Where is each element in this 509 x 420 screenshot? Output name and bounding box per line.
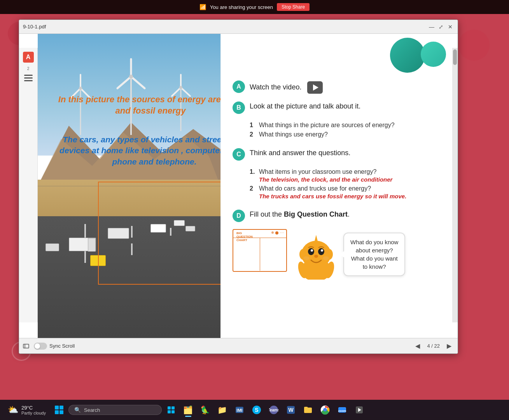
screen-share-banner: 📶 You are sharing your screen Stop Share — [0, 0, 509, 14]
bg-blob-2 — [458, 30, 490, 61]
svg-text:IMI: IMI — [236, 408, 242, 413]
pdf-content: A 2 — [19, 34, 458, 338]
play-button[interactable] — [307, 81, 323, 94]
svg-rect-34 — [23, 344, 29, 348]
svg-point-24 — [308, 248, 314, 255]
taskbar-chrome-icon[interactable] — [317, 402, 333, 418]
svg-point-26 — [311, 249, 313, 252]
taskbar-im-icon[interactable]: IMI — [232, 402, 247, 418]
pdf-window: 9-10-1.pdf — ⤢ ✕ A 2 — [19, 19, 458, 354]
minimize-button[interactable]: — — [428, 23, 435, 30]
taskbar-teams-icon[interactable]: Teams — [266, 402, 282, 418]
truck-3 — [150, 224, 166, 233]
next-page-button[interactable]: ▶ — [444, 341, 454, 351]
stop-share-button[interactable]: Stop Share — [277, 3, 310, 11]
bqc-col-1 — [233, 238, 260, 271]
taskbar-widget-icon[interactable] — [163, 402, 179, 418]
activity-a-text: Watch the video. — [250, 80, 446, 94]
scrollbar-thumb[interactable] — [453, 49, 457, 65]
svg-point-28 — [314, 255, 318, 258]
taskbar-word-icon[interactable]: W — [283, 402, 299, 418]
pdf-home-button[interactable] — [23, 343, 29, 349]
activity-a-letter: A — [233, 80, 245, 93]
svg-text:zoom: zoom — [338, 409, 346, 413]
answer-c-2: The trucks and cars use fossil energy so… — [259, 193, 406, 200]
taskbar-folder-icon[interactable] — [300, 402, 316, 418]
activity-b-text: Look at the picture and talk about it. — [250, 101, 446, 110]
road-area — [38, 216, 220, 338]
annotation-orange: In this picture the sources of energy ar… — [57, 94, 220, 116]
character-image — [295, 229, 338, 280]
svg-point-14 — [129, 75, 133, 79]
activity-a: A Watch the video. — [233, 80, 446, 94]
title-bar: 9-10-1.pdf — ⤢ ✕ — [19, 20, 458, 34]
page-indicator: 4 / 22 — [427, 343, 440, 349]
activity-c-text: Think and answer the questions. — [250, 147, 446, 157]
screen-share-text: You are sharing your screen — [210, 4, 273, 10]
road-marking-3 — [131, 226, 133, 238]
activity-c: C Think and answer the questions. 1. Wha… — [233, 147, 446, 202]
taskbar-arrow-icon[interactable] — [352, 402, 367, 418]
taskbar-files-icon[interactable]: 🗂️ — [180, 402, 196, 418]
start-button[interactable] — [51, 402, 67, 418]
taskbar-bird-icon[interactable]: 🦜 — [198, 402, 213, 418]
fill-out-content: BIGQUESTIONCHART ⋯ — [233, 229, 446, 280]
truck-1 — [69, 238, 96, 251]
svg-rect-37 — [171, 406, 175, 410]
photo-area: In this picture the sources of energy ar… — [38, 34, 220, 338]
circle-deco-small — [421, 42, 446, 67]
pdf-sidebar: A 2 — [19, 48, 38, 322]
windows-logo — [55, 406, 63, 414]
svg-point-25 — [318, 248, 324, 255]
speech-line1: What do you know — [350, 239, 398, 245]
yellow-truck — [90, 255, 106, 266]
prev-page-button[interactable]: ◀ — [413, 341, 422, 351]
maximize-button[interactable]: ⤢ — [437, 23, 444, 30]
sync-scroll-track[interactable] — [34, 343, 47, 350]
taskbar-search[interactable]: 🔍 Search — [68, 405, 162, 415]
annotation-blue: The cars, any types of vehicles and stre… — [53, 134, 220, 167]
svg-rect-2 — [24, 80, 33, 81]
svg-rect-1 — [24, 77, 33, 79]
character-area: What do you know about energy? What do y… — [295, 229, 405, 280]
weather-widget[interactable]: ⛅ 29°C Partly cloudy — [4, 403, 50, 417]
svg-rect-39 — [171, 410, 175, 413]
taskbar-explorer-icon[interactable]: 📁 — [215, 402, 230, 418]
pdf-icon[interactable]: A — [23, 52, 34, 63]
svg-rect-0 — [24, 75, 33, 76]
speech-line3: What do you want — [351, 255, 398, 262]
bqc-dot-2 — [271, 231, 274, 234]
truck-2 — [108, 228, 129, 239]
pdf-right-panel: A Watch the video. B Look at the picture… — [220, 34, 458, 338]
question-c-2: 2 What do cars and trucks use for energy… — [250, 185, 406, 200]
svg-rect-38 — [168, 410, 171, 413]
svg-text:S: S — [255, 407, 258, 413]
bqc-col-2 — [260, 238, 287, 271]
big-question-chart: BIGQUESTIONCHART ⋯ — [233, 229, 287, 272]
bqc-inner — [233, 238, 286, 271]
circle-deco-large — [390, 38, 425, 73]
speech-line4: to know? — [363, 263, 386, 270]
power-line — [38, 186, 220, 186]
car-2 — [174, 220, 185, 226]
road-marking-4 — [131, 243, 133, 255]
title-bar-controls: — ⤢ ✕ — [428, 23, 454, 30]
sidebar-page-num: 2 — [27, 66, 30, 71]
character-svg — [295, 229, 338, 280]
road-marking-5 — [170, 228, 171, 236]
road-marking-1 — [84, 224, 86, 240]
close-button[interactable]: ✕ — [447, 23, 454, 30]
sync-scroll-toggle[interactable]: Sync Scroll — [34, 343, 75, 350]
pdf-toolbar: Sync Scroll ◀ 4 / 22 ▶ — [19, 338, 458, 354]
activity-d-text: Fill out the Big Question Chart. — [250, 209, 446, 219]
sync-scroll-thumb — [35, 343, 40, 349]
pdf-scrollbar[interactable] — [452, 48, 458, 322]
taskbar-skype-icon[interactable]: S — [249, 402, 264, 418]
sidebar-lines-icon[interactable] — [24, 75, 33, 84]
sync-scroll-label: Sync Scroll — [49, 343, 75, 349]
weather-temperature: 29°C — [21, 405, 46, 411]
svg-marker-31 — [314, 235, 318, 243]
bqc-header: BIGQUESTIONCHART — [236, 231, 253, 242]
taskbar-zoom-icon[interactable]: zoom — [334, 402, 350, 418]
signal-icon: 📶 — [199, 4, 206, 10]
